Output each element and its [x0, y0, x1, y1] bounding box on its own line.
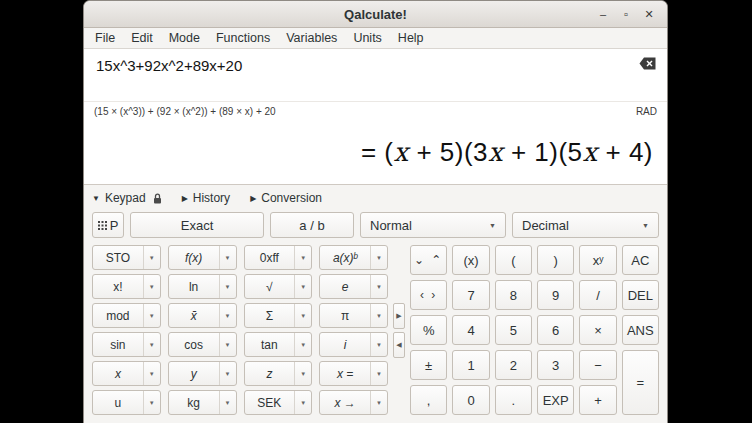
key-function-label[interactable]: f(x): [169, 246, 219, 269]
key-tan[interactable]: tan▼: [244, 332, 313, 357]
key-currency-label[interactable]: SEK: [245, 391, 295, 414]
key-add[interactable]: +: [579, 385, 616, 415]
exact-toggle-button[interactable]: Exact: [130, 212, 264, 238]
key-kg[interactable]: kg▼: [168, 390, 237, 415]
key-percent[interactable]: %: [410, 315, 447, 345]
key-number-bases-menu-arrow-icon[interactable]: ▼: [294, 246, 311, 269]
key-sum-label[interactable]: Σ: [245, 304, 295, 327]
expression-input[interactable]: 15x^3+92x^2+89x+20: [84, 49, 667, 74]
key-currency-menu-arrow-icon[interactable]: ▼: [294, 391, 311, 414]
key-cursor-left-right[interactable]: ‹ ›: [410, 280, 447, 310]
programming-keypad-button[interactable]: P: [92, 212, 124, 238]
key-9[interactable]: 9: [537, 280, 574, 310]
key-e-constant-menu-arrow-icon[interactable]: ▼: [370, 275, 387, 298]
key-kg-menu-arrow-icon[interactable]: ▼: [219, 391, 236, 414]
history-expander[interactable]: ▶ History: [182, 191, 231, 205]
fraction-toggle-button[interactable]: a / b: [270, 212, 354, 238]
key-mod[interactable]: mod▼: [92, 303, 161, 328]
key-convert[interactable]: x →▼: [319, 390, 388, 415]
close-button[interactable]: ✕: [640, 5, 658, 23]
key-convert-label[interactable]: x →: [320, 391, 370, 414]
key-var-y-label[interactable]: y: [169, 362, 219, 385]
menu-variables[interactable]: Variables: [278, 28, 345, 48]
key-imaginary-unit-menu-arrow-icon[interactable]: ▼: [370, 333, 387, 356]
key-var-z-label[interactable]: z: [245, 362, 295, 385]
key-factorial-label[interactable]: x!: [93, 275, 143, 298]
key-kg-label[interactable]: kg: [169, 391, 219, 414]
key-divide[interactable]: /: [579, 280, 616, 310]
lock-icon[interactable]: [153, 193, 162, 204]
key-0[interactable]: 0: [452, 385, 489, 415]
conversion-expander[interactable]: ▶ Conversion: [250, 191, 322, 205]
key-cos-menu-arrow-icon[interactable]: ▼: [219, 333, 236, 356]
key-ln-menu-arrow-icon[interactable]: ▼: [219, 275, 236, 298]
key-imaginary-unit-label[interactable]: i: [320, 333, 370, 356]
key-assign-menu-arrow-icon[interactable]: ▼: [370, 362, 387, 385]
key-subtract[interactable]: −: [579, 350, 616, 380]
key-sin-menu-arrow-icon[interactable]: ▼: [143, 333, 160, 356]
key-pi-menu-arrow-icon[interactable]: ▼: [370, 304, 387, 327]
key-e-constant[interactable]: e▼: [319, 274, 388, 299]
key-delete[interactable]: DEL: [622, 280, 659, 310]
key-exponent-function-label[interactable]: a(x)ᵇ: [320, 246, 370, 269]
menu-units[interactable]: Units: [345, 28, 389, 48]
key-pi[interactable]: π▼: [319, 303, 388, 328]
display-mode-select[interactable]: Normal ▼: [360, 212, 506, 238]
key-equals[interactable]: =: [622, 350, 659, 415]
key-comma[interactable]: ,: [410, 385, 447, 415]
key-var-x[interactable]: x▼: [92, 361, 161, 386]
key-plus-minus[interactable]: ±: [410, 350, 447, 380]
key-function-menu-arrow-icon[interactable]: ▼: [219, 246, 236, 269]
key-var-y[interactable]: y▼: [168, 361, 237, 386]
key-number-bases[interactable]: 0xff▼: [244, 245, 313, 270]
key-scroll-up-down[interactable]: ⌄ ⌃: [410, 245, 447, 275]
key-8[interactable]: 8: [495, 280, 532, 310]
keypad-next-page-button[interactable]: ▶: [393, 303, 405, 329]
key-open-paren[interactable]: (: [495, 245, 532, 275]
key-decimal-point[interactable]: .: [495, 385, 532, 415]
key-cos-label[interactable]: cos: [169, 333, 219, 356]
key-tan-label[interactable]: tan: [245, 333, 295, 356]
key-7[interactable]: 7: [452, 280, 489, 310]
menu-help[interactable]: Help: [390, 28, 432, 48]
key-imaginary-unit[interactable]: i▼: [319, 332, 388, 357]
key-close-paren[interactable]: ): [537, 245, 574, 275]
key-2[interactable]: 2: [495, 350, 532, 380]
minimize-button[interactable]: –: [594, 5, 612, 23]
key-sto-menu-arrow-icon[interactable]: ▼: [143, 246, 160, 269]
key-exponent-function-menu-arrow-icon[interactable]: ▼: [370, 246, 387, 269]
key-1[interactable]: 1: [452, 350, 489, 380]
keypad-expander[interactable]: ▼ Keypad: [92, 191, 162, 205]
backspace-clear-icon[interactable]: [639, 57, 656, 70]
key-parenthesize[interactable]: (x): [452, 245, 489, 275]
key-unit[interactable]: u▼: [92, 390, 161, 415]
key-var-z[interactable]: z▼: [244, 361, 313, 386]
key-5[interactable]: 5: [495, 315, 532, 345]
key-answer[interactable]: ANS: [622, 315, 659, 345]
key-mean-label[interactable]: x̄: [169, 304, 219, 327]
key-sto[interactable]: STO▼: [92, 245, 161, 270]
key-sin-label[interactable]: sin: [93, 333, 143, 356]
key-var-y-menu-arrow-icon[interactable]: ▼: [219, 362, 236, 385]
key-ln[interactable]: ln▼: [168, 274, 237, 299]
key-factorial-menu-arrow-icon[interactable]: ▼: [143, 275, 160, 298]
key-factorial[interactable]: x!▼: [92, 274, 161, 299]
key-all-clear[interactable]: AC: [622, 245, 659, 275]
key-mod-menu-arrow-icon[interactable]: ▼: [143, 304, 160, 327]
keypad-prev-page-button[interactable]: ◀: [393, 332, 405, 358]
key-function[interactable]: f(x)▼: [168, 245, 237, 270]
menu-file[interactable]: File: [87, 28, 123, 48]
menu-mode[interactable]: Mode: [161, 28, 208, 48]
key-sqrt-label[interactable]: √: [245, 275, 295, 298]
key-number-bases-label[interactable]: 0xff: [245, 246, 295, 269]
key-mod-label[interactable]: mod: [93, 304, 143, 327]
key-convert-menu-arrow-icon[interactable]: ▼: [370, 391, 387, 414]
key-mean[interactable]: x̄▼: [168, 303, 237, 328]
key-e-constant-label[interactable]: e: [320, 275, 370, 298]
key-currency[interactable]: SEK▼: [244, 390, 313, 415]
menu-edit[interactable]: Edit: [123, 28, 161, 48]
key-tan-menu-arrow-icon[interactable]: ▼: [294, 333, 311, 356]
key-cos[interactable]: cos▼: [168, 332, 237, 357]
number-base-select[interactable]: Decimal ▼: [512, 212, 659, 238]
key-var-x-label[interactable]: x: [93, 362, 143, 385]
